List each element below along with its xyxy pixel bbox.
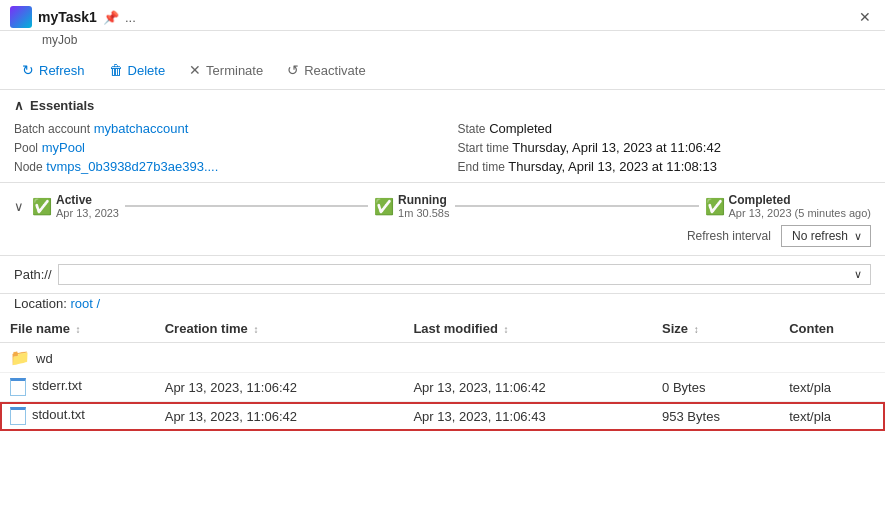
essentials-collapse-icon: ∧ [14, 98, 24, 113]
node-label: Node [14, 160, 43, 174]
size-cell: 0 Bytes [652, 373, 779, 402]
pool-label: Pool [14, 141, 38, 155]
table-row[interactable]: stderr.txtApr 13, 2023, 11:06:42Apr 13, … [0, 373, 885, 402]
batch-account-label: Batch account [14, 122, 90, 136]
file-table-wrapper: File name ↕ Creation time ↕ Last modifie… [0, 315, 885, 431]
file-name-cell: 📁wd [0, 343, 155, 373]
creation-time-cell [155, 343, 404, 373]
timeline-active: ✅ Active Apr 13, 2023 [32, 193, 119, 219]
size-cell: 953 Bytes [652, 402, 779, 431]
file-table: File name ↕ Creation time ↕ Last modifie… [0, 315, 885, 431]
essentials-section: ∧ Essentials Batch account mybatchaccoun… [0, 90, 885, 183]
content-type-cell [779, 343, 885, 373]
timeline-line-2 [455, 205, 698, 207]
reactivate-button[interactable]: ↺ Reactivate [277, 57, 375, 83]
title-bar: myTask1 📌 ... ✕ [0, 0, 885, 31]
reactivate-icon: ↺ [287, 62, 299, 78]
node-value: tvmps_0b3938d27b3ae393.... [46, 159, 218, 174]
last-modified-cell [403, 343, 652, 373]
location-row: Location: root / [0, 294, 885, 315]
col-creation-time[interactable]: Creation time ↕ [155, 315, 404, 343]
terminate-button[interactable]: ✕ Terminate [179, 57, 273, 83]
subtitle: myJob [0, 31, 885, 51]
file-table-body: 📁wdstderr.txtApr 13, 2023, 11:06:42Apr 1… [0, 343, 885, 431]
table-row[interactable]: stdout.txtApr 13, 2023, 11:06:42Apr 13, … [0, 402, 885, 431]
path-input[interactable]: ∨ [58, 264, 871, 285]
col-last-modified[interactable]: Last modified ↕ [403, 315, 652, 343]
node-item: Node tvmps_0b3938d27b3ae393.... [14, 159, 428, 174]
pool-value: myPool [42, 140, 85, 155]
timeline-completed: ✅ Completed Apr 13, 2023 (5 minutes ago) [705, 193, 871, 219]
terminate-icon: ✕ [189, 62, 201, 78]
path-label: Path:// [14, 267, 52, 282]
running-duration: 1m 30.58s [398, 207, 449, 219]
col-filename-sort-icon: ↕ [76, 324, 81, 335]
refresh-dropdown-chevron-icon: ∨ [854, 230, 862, 243]
col-filename[interactable]: File name ↕ [0, 315, 155, 343]
essentials-header[interactable]: ∧ Essentials [14, 98, 871, 113]
file-name-cell: stderr.txt [0, 373, 155, 402]
end-time-value: Thursday, April 13, 2023 at 11:08:13 [508, 159, 717, 174]
file-icon [10, 407, 26, 425]
node-link[interactable]: tvmps_0b3938d27b3ae393.... [46, 159, 218, 174]
pool-item: Pool myPool [14, 140, 428, 155]
end-time-item: End time Thursday, April 13, 2023 at 11:… [458, 159, 872, 174]
more-icon[interactable]: ... [125, 10, 136, 25]
close-icon[interactable]: ✕ [855, 7, 875, 27]
col-content[interactable]: Conten [779, 315, 885, 343]
refresh-icon: ↻ [22, 62, 34, 78]
location-link[interactable]: root / [70, 296, 100, 311]
title-left: myTask1 📌 ... [10, 6, 136, 28]
col-size[interactable]: Size ↕ [652, 315, 779, 343]
timeline-row: ∨ ✅ Active Apr 13, 2023 ✅ Running 1m 30.… [14, 193, 871, 219]
folder-icon: 📁 [10, 349, 30, 366]
completed-label: Completed [729, 193, 871, 207]
active-label: Active [56, 193, 119, 207]
running-check-icon: ✅ [374, 197, 394, 216]
table-row[interactable]: 📁wd [0, 343, 885, 373]
refresh-row: Refresh interval No refresh ∨ [14, 225, 871, 247]
delete-icon: 🗑 [109, 62, 123, 78]
col-size-sort-icon: ↕ [694, 324, 699, 335]
timeline-running: ✅ Running 1m 30.58s [374, 193, 449, 219]
size-cell [652, 343, 779, 373]
path-section: Path:// ∨ [0, 256, 885, 294]
completed-date: Apr 13, 2023 (5 minutes ago) [729, 207, 871, 219]
app-icon [10, 6, 32, 28]
path-chevron-icon: ∨ [854, 268, 862, 281]
file-table-header: File name ↕ Creation time ↕ Last modifie… [0, 315, 885, 343]
timeline-section: ∨ ✅ Active Apr 13, 2023 ✅ Running 1m 30.… [0, 183, 885, 256]
delete-button[interactable]: 🗑 Delete [99, 57, 176, 83]
toolbar: ↻ Refresh 🗑 Delete ✕ Terminate ↺ Reactiv… [0, 51, 885, 90]
batch-account-item: Batch account mybatchaccount [14, 121, 428, 136]
last-modified-cell: Apr 13, 2023, 11:06:42 [403, 373, 652, 402]
title-actions: ✕ [855, 7, 875, 27]
end-time-label: End time [458, 160, 505, 174]
pool-link[interactable]: myPool [42, 140, 85, 155]
start-time-label: Start time [458, 141, 509, 155]
refresh-interval-dropdown[interactable]: No refresh ∨ [781, 225, 871, 247]
content-type-cell: text/pla [779, 373, 885, 402]
start-time-value: Thursday, April 13, 2023 at 11:06:42 [512, 140, 721, 155]
running-label: Running [398, 193, 449, 207]
state-value: Completed [489, 121, 552, 136]
col-modified-sort-icon: ↕ [504, 324, 509, 335]
timeline-line-1 [125, 205, 368, 207]
essentials-grid: Batch account mybatchaccount State Compl… [14, 121, 871, 174]
pin-icon[interactable]: 📌 [103, 10, 119, 25]
state-item: State Completed [458, 121, 872, 136]
creation-time-cell: Apr 13, 2023, 11:06:42 [155, 402, 404, 431]
content-type-cell: text/pla [779, 402, 885, 431]
window-title: myTask1 [38, 9, 97, 25]
start-time-item: Start time Thursday, April 13, 2023 at 1… [458, 140, 872, 155]
completed-check-icon: ✅ [705, 197, 725, 216]
active-check-icon: ✅ [32, 197, 52, 216]
last-modified-cell: Apr 13, 2023, 11:06:43 [403, 402, 652, 431]
col-creation-sort-icon: ↕ [253, 324, 258, 335]
essentials-title: Essentials [30, 98, 94, 113]
location-label: Location: [14, 296, 67, 311]
timeline-toggle-icon[interactable]: ∨ [14, 199, 24, 214]
refresh-button[interactable]: ↻ Refresh [12, 57, 95, 83]
batch-account-link[interactable]: mybatchaccount [94, 121, 189, 136]
refresh-interval-value: No refresh [792, 229, 848, 243]
